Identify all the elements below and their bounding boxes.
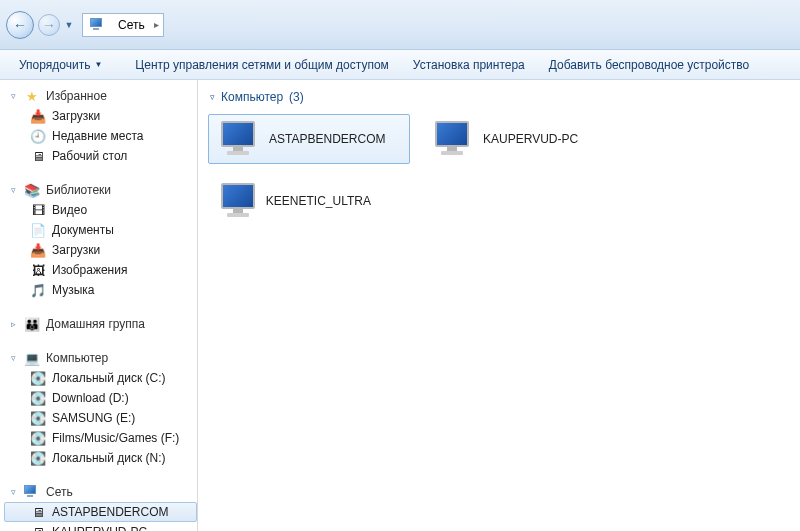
video-icon: 🎞	[30, 202, 46, 218]
sidebar-network-node[interactable]: 🖥KAUPERVUD-PC	[4, 522, 197, 531]
computer-tile[interactable]: KEENETIC_ULTRA	[208, 176, 378, 226]
libraries-group: ▿ 📚 Библиотеки 🎞Видео 📄Документы 📥Загруз…	[4, 180, 197, 300]
tiles-container: ASTAPBENDERCOM KAUPERVUD-PC KEENETIC_ULT…	[208, 114, 790, 226]
address-bar: ← → ▼ Сеть ▸	[0, 0, 800, 50]
computer-tile[interactable]: ASTAPBENDERCOM	[208, 114, 410, 164]
collapse-icon: ▿	[8, 353, 18, 363]
category-count: (3)	[289, 90, 304, 104]
network-icon	[24, 484, 40, 500]
sidebar-item-music[interactable]: 🎵Музыка	[4, 280, 197, 300]
libraries-header[interactable]: ▿ 📚 Библиотеки	[4, 180, 197, 200]
computer-icon: 💻	[24, 350, 40, 366]
computer-icon	[215, 181, 258, 221]
tile-label: ASTAPBENDERCOM	[269, 132, 385, 146]
collapse-icon: ▿	[8, 91, 18, 101]
homegroup-group: ▹ 👪 Домашняя группа	[4, 314, 197, 334]
nav-history-dropdown[interactable]: ▼	[64, 20, 74, 30]
favorites-label: Избранное	[46, 89, 107, 103]
navigation-pane: ▿ ★ Избранное 📥Загрузки 🕘Недавние места …	[0, 80, 198, 531]
sidebar-item-pictures[interactable]: 🖼Изображения	[4, 260, 197, 280]
computer-tile[interactable]: KAUPERVUD-PC	[422, 114, 624, 164]
nav-back-button[interactable]: ←	[6, 11, 34, 39]
computer-icon	[215, 119, 261, 159]
collapse-icon: ▿	[8, 487, 18, 497]
collapse-icon: ▿	[210, 92, 215, 102]
breadcrumb-network-icon	[87, 18, 109, 32]
nav-forward-button[interactable]: →	[38, 14, 60, 36]
sidebar-drive-n[interactable]: 💽Локальный диск (N:)	[4, 448, 197, 468]
drive-icon: 💽	[30, 430, 46, 446]
sidebar-drive-c[interactable]: 💽Локальный диск (C:)	[4, 368, 197, 388]
breadcrumb-location[interactable]: Сеть	[115, 18, 148, 32]
collapse-icon: ▿	[8, 185, 18, 195]
drive-icon: 💽	[30, 450, 46, 466]
music-icon: 🎵	[30, 282, 46, 298]
computer-label: Компьютер	[46, 351, 108, 365]
computer-group: ▿ 💻 Компьютер 💽Локальный диск (C:) 💽Down…	[4, 348, 197, 468]
favorites-group: ▿ ★ Избранное 📥Загрузки 🕘Недавние места …	[4, 86, 197, 166]
computer-node-icon: 🖥	[30, 524, 46, 531]
sidebar-item-desktop[interactable]: 🖥Рабочий стол	[4, 146, 197, 166]
computer-node-icon: 🖥	[30, 504, 46, 520]
star-icon: ★	[24, 88, 40, 104]
sidebar-item-downloads[interactable]: 📥Загрузки	[4, 106, 197, 126]
libraries-label: Библиотеки	[46, 183, 111, 197]
sidebar-item-documents[interactable]: 📄Документы	[4, 220, 197, 240]
sidebar-item-lib-downloads[interactable]: 📥Загрузки	[4, 240, 197, 260]
arrow-left-icon: ←	[13, 17, 27, 33]
computer-header[interactable]: ▿ 💻 Компьютер	[4, 348, 197, 368]
drive-icon: 💽	[30, 370, 46, 386]
drive-icon: 💽	[30, 410, 46, 426]
network-group: ▿ Сеть 🖥ASTAPBENDERCOM 🖥KAUPERVUD-PC 🖥KE…	[4, 482, 197, 531]
chevron-down-icon: ▼	[94, 60, 102, 69]
breadcrumb[interactable]: Сеть ▸	[82, 13, 164, 37]
sidebar-drive-d[interactable]: 💽Download (D:)	[4, 388, 197, 408]
category-label: Компьютер	[221, 90, 283, 104]
sidebar-drive-e[interactable]: 💽SAMSUNG (E:)	[4, 408, 197, 428]
libraries-icon: 📚	[24, 182, 40, 198]
expand-icon: ▹	[8, 319, 18, 329]
pictures-icon: 🖼	[30, 262, 46, 278]
add-printer-button[interactable]: Установка принтера	[413, 58, 525, 72]
tile-label: KEENETIC_ULTRA	[266, 194, 371, 208]
homegroup-header[interactable]: ▹ 👪 Домашняя группа	[4, 314, 197, 334]
tile-label: KAUPERVUD-PC	[483, 132, 578, 146]
homegroup-icon: 👪	[24, 316, 40, 332]
add-wireless-button[interactable]: Добавить беспроводное устройство	[549, 58, 749, 72]
sidebar-network-node[interactable]: 🖥ASTAPBENDERCOM	[4, 502, 197, 522]
recent-icon: 🕘	[30, 128, 46, 144]
sidebar-item-recent[interactable]: 🕘Недавние места	[4, 126, 197, 146]
category-header[interactable]: ▿ Компьютер (3)	[210, 90, 790, 104]
drive-icon: 💽	[30, 390, 46, 406]
favorites-header[interactable]: ▿ ★ Избранное	[4, 86, 197, 106]
documents-icon: 📄	[30, 222, 46, 238]
sidebar-item-video[interactable]: 🎞Видео	[4, 200, 197, 220]
command-bar: Упорядочить ▼ Центр управления сетями и …	[0, 50, 800, 80]
network-label: Сеть	[46, 485, 73, 499]
downloads-icon: 📥	[30, 242, 46, 258]
sidebar-drive-f[interactable]: 💽Films/Music/Games (F:)	[4, 428, 197, 448]
computer-icon	[429, 119, 475, 159]
chevron-right-icon[interactable]: ▸	[154, 19, 159, 30]
network-header[interactable]: ▿ Сеть	[4, 482, 197, 502]
content-pane: ▿ Компьютер (3) ASTAPBENDERCOM KAUPERVUD…	[198, 80, 800, 531]
network-center-button[interactable]: Центр управления сетями и общим доступом	[135, 58, 389, 72]
downloads-icon: 📥	[30, 108, 46, 124]
arrow-right-icon: →	[42, 17, 56, 33]
desktop-icon: 🖥	[30, 148, 46, 164]
organize-button[interactable]: Упорядочить ▼	[10, 54, 111, 76]
organize-label: Упорядочить	[19, 58, 90, 72]
homegroup-label: Домашняя группа	[46, 317, 145, 331]
